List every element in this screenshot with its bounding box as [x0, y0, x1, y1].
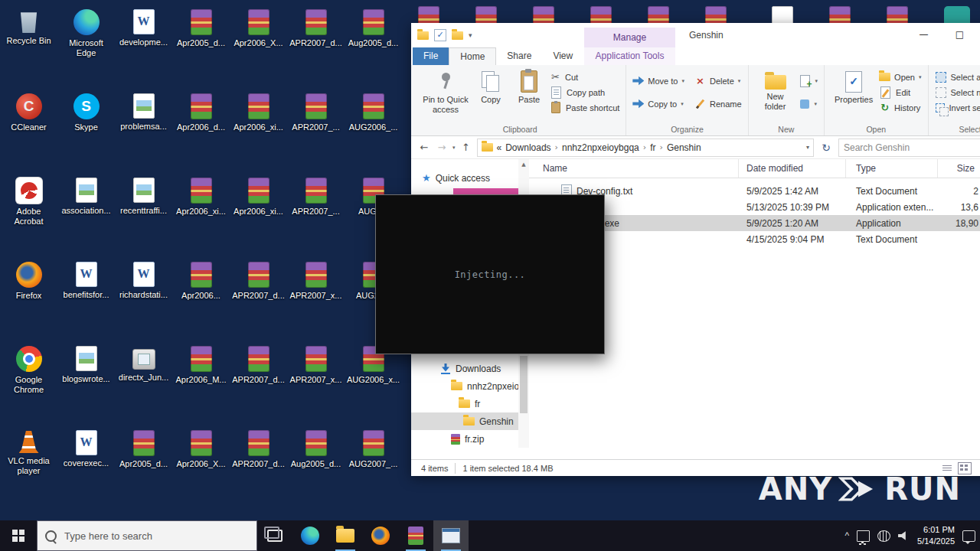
desktop-icon-archive[interactable]: APR2007_... [287, 173, 345, 257]
network-tray-icon[interactable] [877, 530, 890, 542]
tab-view[interactable]: View [542, 47, 583, 65]
qat-new-folder-icon[interactable] [452, 31, 463, 40]
copy-path-button[interactable]: Copy path [550, 86, 619, 99]
paste-shortcut-button[interactable]: Paste shortcut [550, 101, 619, 114]
volume-tray-icon[interactable] [898, 531, 910, 541]
desktop-icon-file[interactable]: coverexec... [57, 425, 115, 510]
column-header-size[interactable]: Size [938, 159, 980, 178]
desktop-icon-archive[interactable]: Apr2006_xi... [172, 173, 230, 257]
desktop-icon-archive[interactable]: Apr2006_xi... [230, 89, 287, 173]
address-dropdown-icon[interactable]: ▾ [806, 144, 809, 151]
breadcrumb-genshin[interactable]: Genshin [667, 142, 701, 153]
copy-to-button[interactable]: Copy to▾ [632, 97, 684, 110]
up-button[interactable]: ↑ [459, 142, 473, 153]
maximize-button[interactable]: □ [942, 23, 978, 47]
desktop-icon-archive[interactable]: Apr2006... [172, 257, 230, 341]
desktop-icon-archive[interactable]: APR2007_... [287, 89, 345, 173]
history-button[interactable]: ↻History [879, 101, 921, 114]
breadcrumb-downloads[interactable]: Downloads [505, 142, 550, 153]
desktop-icon-firefox[interactable]: Firefox [0, 257, 57, 341]
column-header-type[interactable]: Type [846, 159, 938, 178]
desktop-icon-archive[interactable]: AUG2006_... [345, 89, 402, 173]
tab-share[interactable]: Share [496, 47, 542, 65]
nav-item-folder[interactable]: nnhz2npxeioy [411, 377, 518, 395]
easy-access-button[interactable]: ▾ [799, 97, 818, 110]
desktop-icon-ccleaner[interactable]: CCleaner [0, 89, 57, 173]
taskbar-search[interactable] [37, 520, 257, 551]
nav-item-fr[interactable]: fr [411, 395, 518, 412]
desktop-icon-archive[interactable]: Apr2005_d... [115, 425, 172, 510]
pin-to-quick-access-button[interactable]: Pin to Quick access [420, 67, 471, 123]
select-none-button[interactable]: Select none [935, 86, 980, 99]
taskbar-active-window-button[interactable] [433, 520, 469, 551]
desktop-icon-file[interactable]: problemsa... [115, 89, 172, 173]
qat-properties-icon[interactable] [434, 29, 446, 41]
invert-selection-button[interactable]: Invert selection [935, 101, 980, 114]
desktop-icon-acrobat[interactable]: Adobe Acrobat [0, 173, 57, 257]
column-header-name[interactable]: Name [529, 159, 739, 178]
desktop-icon-vlc[interactable]: VLC media player [0, 425, 57, 510]
desktop-icon-file[interactable]: blogswrote... [57, 341, 115, 425]
properties-button[interactable]: Properties [831, 67, 877, 123]
desktop-icon-archive[interactable]: Apr2006_d... [172, 89, 230, 173]
new-item-button[interactable]: ▾ [799, 74, 818, 87]
copy-button[interactable]: Copy [473, 67, 508, 123]
paste-button[interactable]: Paste [511, 67, 547, 123]
taskbar-file-explorer-button[interactable] [328, 520, 363, 551]
desktop-icon-archive[interactable]: Apr2005_d... [172, 5, 230, 89]
breadcrumb-fr[interactable]: fr [650, 142, 655, 153]
title-bar[interactable]: ▾ Manage Genshin — □ [411, 23, 980, 47]
contextual-tab-manage[interactable]: Manage [584, 28, 675, 47]
explorer-search-input[interactable] [839, 142, 980, 153]
nav-item-fr-zip[interactable]: fr.zip [411, 430, 518, 448]
desktop-icon-file[interactable]: richardstati... [115, 257, 172, 341]
desktop-icon-installer[interactable]: directx_Jun... [115, 341, 172, 425]
desktop-icon-archive[interactable]: APR2007_d... [230, 341, 287, 425]
new-folder-button[interactable]: New folder [755, 67, 796, 123]
desktop-icon-file[interactable]: association... [57, 173, 115, 257]
desktop-icon-archive[interactable]: APR2007_d... [230, 257, 287, 341]
open-button[interactable]: Open▾ [879, 70, 921, 83]
move-to-button[interactable]: Move to▾ [632, 74, 684, 87]
desktop-icon-archive[interactable]: APR2007_d... [230, 425, 287, 510]
desktop-icon-archive[interactable]: Aug2005_d... [287, 425, 345, 510]
desktop-icon-archive[interactable]: Apr2006_X... [230, 5, 287, 89]
nav-item-downloads[interactable]: Downloads [411, 360, 518, 377]
tray-chevron-icon[interactable]: ^ [844, 530, 849, 541]
desktop-icon-archive[interactable]: AUG2007_... [345, 425, 402, 510]
action-center-icon[interactable] [962, 530, 975, 542]
minimize-button[interactable]: — [906, 23, 942, 47]
desktop-icon-archive[interactable]: Aug2005_d... [345, 5, 402, 89]
cut-button[interactable]: ✂Cut [550, 70, 619, 83]
desktop-icon-recycle-bin[interactable]: Recycle Bin [0, 5, 57, 89]
desktop-icon-file[interactable]: developme... [115, 5, 172, 89]
qat-dropdown-icon[interactable]: ▾ [469, 31, 472, 39]
taskbar-clock[interactable]: 6:01 PM 5/14/2025 [917, 524, 955, 547]
rename-button[interactable]: Rename [694, 97, 742, 110]
desktop-icon-archive[interactable]: APR2007_x... [287, 257, 345, 341]
console-window[interactable]: Injecting... [375, 194, 605, 354]
desktop-icon-archive[interactable]: APR2007_d... [287, 5, 345, 89]
scroll-up-icon[interactable]: ▲ [518, 159, 529, 170]
taskbar-search-input[interactable] [63, 530, 234, 543]
delete-button[interactable]: ×Delete▾ [694, 74, 742, 87]
taskbar-firefox-button[interactable] [363, 520, 398, 551]
desktop-icon-archive[interactable]: Apr2006_xi... [230, 173, 287, 257]
start-button[interactable] [0, 520, 37, 551]
desktop-icon-archive[interactable]: APR2007_x... [287, 341, 345, 425]
address-bar[interactable]: « Downloads › nnhz2npxeioybgqa › fr › Ge… [477, 139, 814, 157]
desktop-icon-file[interactable]: recenttraffi... [115, 173, 172, 257]
display-tray-icon[interactable] [857, 530, 870, 542]
tab-file[interactable]: File [413, 47, 449, 65]
select-all-button[interactable]: Select all [935, 70, 980, 83]
breadcrumb-folder[interactable]: nnhz2npxeioybgqa [562, 142, 639, 153]
desktop-icon-chrome[interactable]: Google Chrome [0, 341, 57, 425]
task-view-button[interactable] [257, 520, 292, 551]
desktop-icon-archive[interactable]: Apr2006_M... [172, 341, 230, 425]
refresh-button[interactable]: ↻ [818, 139, 835, 157]
nav-item-genshin[interactable]: Genshin [411, 412, 518, 430]
tab-home[interactable]: Home [449, 47, 496, 66]
nav-quick-access[interactable]: ★ Quick access [411, 169, 518, 187]
edit-button[interactable]: Edit [879, 86, 921, 99]
desktop-icon-edge[interactable]: Microsoft Edge [57, 5, 115, 89]
